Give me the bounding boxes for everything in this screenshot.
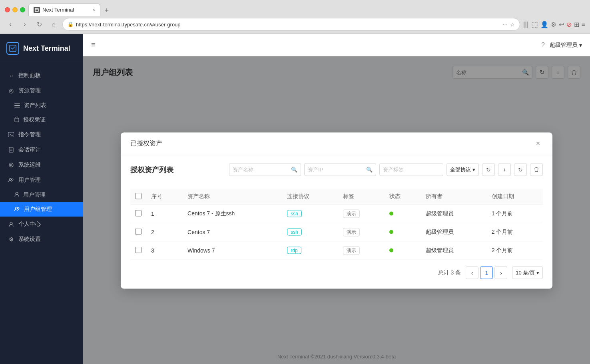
svg-point-18 [18, 207, 19, 209]
sidebar-item-ops[interactable]: 系统运维 [0, 157, 83, 173]
asset-ip-input[interactable] [308, 167, 364, 173]
asset-name-input[interactable] [233, 167, 289, 173]
tag-badge: 演示 [343, 246, 360, 255]
row-checkbox[interactable] [135, 210, 142, 216]
tab-title: Next Terminal [42, 7, 74, 13]
table-row: 1 Centos 7 - 原生ssh ssh 演示 超级管理员 1 个月前 [130, 205, 543, 223]
sidebar-item-user-group[interactable]: 用户组管理 [0, 202, 83, 217]
sidebar-sub-label: 用户管理 [23, 191, 46, 199]
sidebar-item-credential[interactable]: 授权凭证 [0, 113, 83, 127]
search-icon: 🔍 [291, 167, 297, 173]
tab-close-button[interactable]: × [92, 7, 95, 13]
row-owner: 超级管理员 [421, 241, 487, 260]
svg-rect-9 [9, 147, 13, 152]
svg-rect-4 [14, 105, 20, 106]
filter-delete-button[interactable] [530, 163, 543, 176]
header-left: ≡ [91, 41, 96, 49]
admin-dropdown[interactable]: 超级管理员 ▾ [550, 42, 582, 49]
pagination-next[interactable]: › [494, 266, 507, 279]
back-button[interactable]: ‹ [5, 19, 16, 30]
address-bar[interactable]: 🔒 https://next-terminal.typesafe.cn/#/us… [62, 18, 520, 31]
filter-reload-button[interactable]: ↻ [514, 163, 527, 176]
sidebar-sub-label: 用户组管理 [24, 206, 52, 213]
resource-icon: ◎ [8, 88, 14, 94]
row-status [385, 223, 421, 241]
browser-titlebar: Next Terminal × + [0, 0, 590, 16]
asset-ip-filter[interactable]: 🔍 [304, 163, 376, 176]
sidebar-item-label: 指令管理 [18, 131, 41, 138]
status-dot [389, 212, 393, 216]
browser-extras: ||| ⬚ 👤 ⚙ ↩ ⊘ ⊞ ≡ [523, 20, 585, 29]
tab-favicon [34, 7, 40, 13]
sidebar: Next Terminal ○ 控制面板 ◎ 资源管理 资产列表 授 [0, 34, 83, 364]
minimize-dot[interactable] [12, 7, 18, 12]
maximize-dot[interactable] [20, 7, 25, 12]
asset-list-icon [14, 102, 20, 109]
svg-rect-3 [14, 103, 20, 104]
row-checkbox[interactable] [135, 228, 142, 235]
table-row: 2 Centos 7 ssh 演示 超级管理员 2 个月前 [130, 223, 543, 241]
browser-chrome: Next Terminal × + ‹ › ↻ ⌂ 🔒 https://next… [0, 0, 590, 34]
admin-name: 超级管理员 [550, 42, 578, 49]
pagination-prev[interactable]: ‹ [466, 266, 478, 279]
filter-add-button[interactable]: + [498, 163, 511, 176]
sidebar-item-dashboard[interactable]: ○ 控制面板 [0, 68, 83, 83]
asset-name-filter[interactable]: 🔍 [229, 163, 301, 176]
select-all-checkbox[interactable] [135, 193, 142, 199]
sidebar-item-user[interactable]: 用户管理 [0, 188, 83, 202]
sidebar-item-settings[interactable]: ⚙ 系统设置 [0, 232, 83, 247]
svg-point-12 [9, 163, 13, 167]
ops-icon [8, 162, 14, 168]
status-dot [389, 230, 393, 234]
forward-button[interactable]: › [19, 19, 30, 30]
home-button[interactable]: ⌂ [48, 19, 59, 30]
address-icons: ⋯ ☆ [502, 22, 515, 28]
row-index: 1 [146, 205, 183, 223]
search-icon: 🔍 [366, 167, 373, 173]
user-mgmt-icon [8, 177, 14, 183]
refresh-button[interactable]: ↻ [34, 19, 45, 30]
row-protocol: ssh [282, 205, 338, 223]
sidebar-item-audit[interactable]: 会话审计 [0, 142, 83, 157]
svg-point-16 [16, 192, 18, 195]
window-controls [5, 7, 25, 12]
modal-header-title: 已授权资产 [130, 139, 162, 148]
menu-toggle-button[interactable]: ≡ [91, 41, 96, 49]
sidebar-item-label: 系统运维 [18, 161, 41, 169]
modal-close-button[interactable]: × [533, 139, 543, 148]
row-date: 1 个月前 [487, 205, 543, 223]
row-checkbox[interactable] [135, 247, 142, 253]
asset-tag-input[interactable] [383, 167, 440, 173]
table-row: 3 Windows 7 rdp 演示 超级管理员 2 个月前 [130, 241, 543, 260]
sidebar-logo: Next Terminal [0, 34, 83, 63]
svg-point-13 [10, 164, 12, 166]
active-tab[interactable]: Next Terminal × [28, 3, 100, 16]
sidebar-item-label: 会话审计 [18, 146, 41, 153]
audit-icon [8, 147, 14, 153]
col-tag: 标签 [338, 189, 385, 205]
row-checkbox-cell [130, 205, 146, 223]
sidebar-item-user-management[interactable]: 用户管理 [0, 173, 83, 188]
browser-tabs: Next Terminal × + [28, 3, 585, 16]
command-icon [8, 131, 14, 138]
new-tab-button[interactable]: + [101, 5, 112, 16]
credential-icon [14, 117, 19, 123]
pagination-total: 总计 3 条 [438, 269, 461, 276]
sidebar-item-command[interactable]: 指令管理 [0, 127, 83, 142]
modal-filters: 🔍 🔍 全部协议 ▾ [229, 163, 543, 176]
page-size-selector[interactable]: 10 条/页 ▾ [512, 266, 543, 279]
row-name: Centos 7 [183, 223, 282, 241]
sidebar-item-resource[interactable]: ◎ 资源管理 [0, 83, 83, 98]
asset-tag-filter[interactable] [379, 163, 443, 176]
filter-refresh-button[interactable]: ↻ [482, 163, 495, 176]
pagination-page-1[interactable]: 1 [480, 266, 493, 279]
protocol-badge: ssh [287, 210, 302, 217]
protocol-badge: rdp [287, 247, 301, 254]
url-text: https://next-terminal.typesafe.cn/#/user… [76, 22, 500, 28]
help-button[interactable]: ? [541, 42, 545, 49]
protocol-select[interactable]: 全部协议 ▾ [446, 163, 479, 176]
sidebar-item-asset-list[interactable]: 资产列表 [0, 98, 83, 113]
sidebar-item-profile[interactable]: 个人中心 [0, 217, 83, 232]
close-dot[interactable] [5, 7, 10, 12]
modal-header: 已授权资产 × [121, 132, 552, 155]
